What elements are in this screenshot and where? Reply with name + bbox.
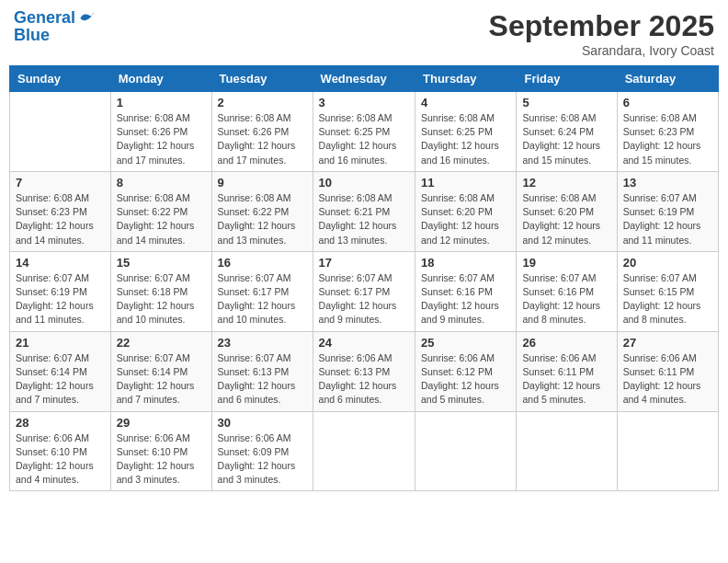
header-cell-friday: Friday: [517, 66, 617, 92]
calendar-cell: 17Sunrise: 6:07 AMSunset: 6:17 PMDayligh…: [313, 251, 415, 331]
day-info: Sunrise: 6:08 AMSunset: 6:20 PMDaylight:…: [421, 191, 510, 247]
day-info: Sunrise: 6:08 AMSunset: 6:22 PMDaylight:…: [218, 191, 307, 247]
day-number: 13: [623, 176, 712, 190]
day-info: Sunrise: 6:07 AMSunset: 6:15 PMDaylight:…: [623, 271, 712, 327]
title-block: September 2025 Sarandara, Ivory Coast: [489, 9, 714, 58]
day-number: 29: [117, 416, 206, 430]
calendar-cell: 27Sunrise: 6:06 AMSunset: 6:11 PMDayligh…: [617, 331, 718, 411]
calendar-cell: 2Sunrise: 6:08 AMSunset: 6:26 PMDaylight…: [211, 92, 313, 172]
day-info: Sunrise: 6:07 AMSunset: 6:13 PMDaylight:…: [218, 351, 307, 408]
calendar-cell: 19Sunrise: 6:07 AMSunset: 6:16 PMDayligh…: [517, 251, 617, 331]
calendar-cell: 5Sunrise: 6:08 AMSunset: 6:24 PMDaylight…: [517, 92, 617, 172]
logo: General Blue: [14, 9, 96, 45]
day-number: 8: [117, 176, 206, 190]
calendar-week-3: 14Sunrise: 6:07 AMSunset: 6:19 PMDayligh…: [10, 251, 719, 331]
day-number: 21: [16, 336, 105, 350]
day-number: 15: [117, 256, 206, 270]
day-info: Sunrise: 6:06 AMSunset: 6:13 PMDaylight:…: [319, 351, 409, 408]
logo-icon: [77, 9, 96, 28]
day-number: 3: [319, 96, 409, 109]
calendar-cell: 9Sunrise: 6:08 AMSunset: 6:22 PMDaylight…: [211, 171, 313, 251]
logo-text: General: [14, 9, 75, 28]
day-info: Sunrise: 6:08 AMSunset: 6:23 PMDaylight:…: [16, 191, 105, 247]
day-info: Sunrise: 6:07 AMSunset: 6:16 PMDaylight:…: [421, 271, 510, 327]
calendar-cell: 14Sunrise: 6:07 AMSunset: 6:19 PMDayligh…: [10, 251, 111, 331]
day-info: Sunrise: 6:07 AMSunset: 6:14 PMDaylight:…: [117, 351, 206, 408]
day-number: 9: [218, 176, 307, 190]
day-number: 24: [319, 336, 409, 350]
calendar-cell: [313, 411, 415, 491]
day-info: Sunrise: 6:08 AMSunset: 6:26 PMDaylight:…: [218, 111, 307, 167]
calendar-cell: 8Sunrise: 6:08 AMSunset: 6:22 PMDaylight…: [110, 171, 211, 251]
calendar-cell: 23Sunrise: 6:07 AMSunset: 6:13 PMDayligh…: [211, 331, 313, 411]
day-info: Sunrise: 6:07 AMSunset: 6:17 PMDaylight:…: [319, 271, 409, 327]
header-cell-saturday: Saturday: [617, 66, 718, 92]
day-number: 26: [522, 336, 610, 350]
calendar-cell: 28Sunrise: 6:06 AMSunset: 6:10 PMDayligh…: [10, 411, 111, 491]
calendar-week-4: 21Sunrise: 6:07 AMSunset: 6:14 PMDayligh…: [10, 331, 719, 411]
calendar-cell: 30Sunrise: 6:06 AMSunset: 6:09 PMDayligh…: [211, 411, 313, 491]
calendar-cell: [415, 411, 517, 491]
day-info: Sunrise: 6:06 AMSunset: 6:10 PMDaylight:…: [117, 431, 206, 488]
day-number: 25: [421, 336, 510, 350]
day-number: 20: [623, 256, 712, 270]
calendar-cell: 6Sunrise: 6:08 AMSunset: 6:23 PMDaylight…: [617, 92, 718, 172]
day-number: 1: [117, 96, 206, 109]
day-info: Sunrise: 6:08 AMSunset: 6:23 PMDaylight:…: [623, 111, 712, 167]
calendar-week-2: 7Sunrise: 6:08 AMSunset: 6:23 PMDaylight…: [10, 171, 719, 251]
day-info: Sunrise: 6:08 AMSunset: 6:21 PMDaylight:…: [319, 191, 409, 247]
calendar-cell: 10Sunrise: 6:08 AMSunset: 6:21 PMDayligh…: [313, 171, 415, 251]
day-info: Sunrise: 6:08 AMSunset: 6:22 PMDaylight:…: [117, 191, 206, 247]
day-number: 19: [522, 256, 610, 270]
day-number: 4: [421, 96, 510, 109]
calendar-week-5: 28Sunrise: 6:06 AMSunset: 6:10 PMDayligh…: [10, 411, 719, 491]
calendar-body: 1Sunrise: 6:08 AMSunset: 6:26 PMDaylight…: [10, 92, 719, 491]
day-number: 11: [421, 176, 510, 190]
header-cell-thursday: Thursday: [415, 66, 517, 92]
day-number: 7: [16, 176, 105, 190]
calendar-cell: 29Sunrise: 6:06 AMSunset: 6:10 PMDayligh…: [110, 411, 211, 491]
day-number: 5: [522, 96, 610, 109]
calendar-cell: 21Sunrise: 6:07 AMSunset: 6:14 PMDayligh…: [10, 331, 111, 411]
day-info: Sunrise: 6:08 AMSunset: 6:20 PMDaylight:…: [522, 191, 610, 247]
logo-blue: Blue: [14, 26, 96, 45]
calendar-cell: 26Sunrise: 6:06 AMSunset: 6:11 PMDayligh…: [517, 331, 617, 411]
calendar-cell: 24Sunrise: 6:06 AMSunset: 6:13 PMDayligh…: [313, 331, 415, 411]
calendar-cell: 4Sunrise: 6:08 AMSunset: 6:25 PMDaylight…: [415, 92, 517, 172]
calendar-cell: 22Sunrise: 6:07 AMSunset: 6:14 PMDayligh…: [110, 331, 211, 411]
calendar-cell: 1Sunrise: 6:08 AMSunset: 6:26 PMDaylight…: [110, 92, 211, 172]
day-number: 2: [218, 96, 307, 109]
day-info: Sunrise: 6:06 AMSunset: 6:11 PMDaylight:…: [522, 351, 610, 408]
day-info: Sunrise: 6:08 AMSunset: 6:26 PMDaylight:…: [117, 111, 206, 167]
calendar-cell: [10, 92, 111, 172]
calendar-cell: 3Sunrise: 6:08 AMSunset: 6:25 PMDaylight…: [313, 92, 415, 172]
day-number: 28: [16, 416, 105, 430]
day-info: Sunrise: 6:06 AMSunset: 6:10 PMDaylight:…: [16, 431, 105, 488]
calendar-cell: 13Sunrise: 6:07 AMSunset: 6:19 PMDayligh…: [617, 171, 718, 251]
day-info: Sunrise: 6:08 AMSunset: 6:25 PMDaylight:…: [319, 111, 409, 167]
location-subtitle: Sarandara, Ivory Coast: [489, 43, 714, 58]
header-cell-wednesday: Wednesday: [313, 66, 415, 92]
calendar-cell: 11Sunrise: 6:08 AMSunset: 6:20 PMDayligh…: [415, 171, 517, 251]
calendar-cell: [517, 411, 617, 491]
calendar-cell: 7Sunrise: 6:08 AMSunset: 6:23 PMDaylight…: [10, 171, 111, 251]
calendar-cell: [617, 411, 718, 491]
calendar-header: SundayMondayTuesdayWednesdayThursdayFrid…: [10, 66, 719, 92]
header-cell-monday: Monday: [110, 66, 211, 92]
day-number: 16: [218, 256, 307, 270]
day-info: Sunrise: 6:06 AMSunset: 6:11 PMDaylight:…: [623, 351, 712, 408]
calendar-cell: 20Sunrise: 6:07 AMSunset: 6:15 PMDayligh…: [617, 251, 718, 331]
day-number: 30: [218, 416, 307, 430]
day-info: Sunrise: 6:07 AMSunset: 6:17 PMDaylight:…: [218, 271, 307, 327]
day-number: 17: [319, 256, 409, 270]
day-number: 27: [623, 336, 712, 350]
day-number: 23: [218, 336, 307, 350]
day-info: Sunrise: 6:07 AMSunset: 6:14 PMDaylight:…: [16, 351, 105, 408]
month-title: September 2025: [489, 9, 714, 43]
day-info: Sunrise: 6:07 AMSunset: 6:19 PMDaylight:…: [623, 191, 712, 247]
day-info: Sunrise: 6:07 AMSunset: 6:19 PMDaylight:…: [16, 271, 105, 327]
day-info: Sunrise: 6:07 AMSunset: 6:18 PMDaylight:…: [117, 271, 206, 327]
day-info: Sunrise: 6:08 AMSunset: 6:25 PMDaylight:…: [421, 111, 510, 167]
day-number: 22: [117, 336, 206, 350]
day-info: Sunrise: 6:06 AMSunset: 6:09 PMDaylight:…: [218, 431, 307, 488]
